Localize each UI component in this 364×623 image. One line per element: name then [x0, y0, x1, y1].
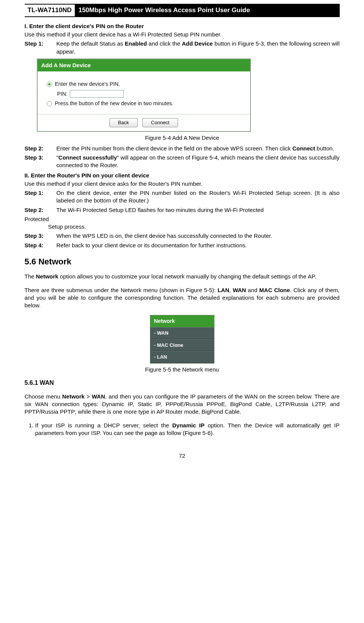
- step-label: Step 3:: [25, 232, 55, 240]
- page-header: TL-WA7110ND 150Mbps High Power Wireless …: [25, 4, 340, 17]
- section-i-heading: I. Enter the client device's PIN on the …: [25, 22, 340, 30]
- step-label: Step 4:: [25, 242, 55, 249]
- radio-label: Press the button of the new device in tw…: [55, 100, 173, 107]
- step-label: Step 3:: [25, 154, 55, 169]
- section-ii-intro: Use this method if your client device as…: [25, 180, 340, 188]
- figure-5-5-caption: Figure 5-5 the Network menu: [25, 366, 340, 373]
- menu-head-network[interactable]: Network: [150, 315, 214, 327]
- step-3-row: Step 3: "Connect successfully" will appe…: [25, 154, 340, 169]
- ii-step-3-row: Step 3: When the WPS LED is on, the clie…: [25, 232, 340, 240]
- radio-icon: [47, 101, 52, 106]
- step-body: "Connect successfully" will appear on th…: [55, 154, 340, 169]
- step-label: Step 2:: [25, 206, 55, 214]
- panel-title: Add A New Device: [38, 59, 250, 71]
- ii-step-2-cont: Setup process.: [25, 223, 340, 231]
- step-body: On the client device, enter the PIN numb…: [55, 189, 340, 205]
- pin-row: PIN:: [57, 90, 241, 98]
- section-i-intro: Use this method if your client device ha…: [25, 31, 340, 38]
- step-body: Keep the default Status as Enabled and c…: [55, 40, 340, 55]
- ii-step-2-row: Step 2: The Wi-Fi Protected Setup LED fl…: [25, 206, 340, 214]
- wan-list: If your ISP is running a DHCP server, se…: [25, 422, 340, 437]
- menu-item-lan[interactable]: - LAN: [150, 351, 214, 363]
- panel-body: Enter the new device's PIN. PIN: Press t…: [38, 71, 250, 114]
- ii-step-4-row: Step 4: Refer back to your client device…: [25, 242, 340, 249]
- step-label: Step 1:: [25, 189, 55, 205]
- step-label: Step 2:: [25, 145, 55, 152]
- menu-item-mac-clone[interactable]: - MAC Clone: [150, 339, 214, 351]
- step-body: Refer back to your client device or its …: [55, 242, 340, 249]
- ii-step-2-protected: Protected: [25, 215, 340, 223]
- network-menu: Network - WAN - MAC Clone - LAN: [150, 315, 214, 364]
- radio-press-button[interactable]: Press the button of the new device in tw…: [47, 100, 241, 107]
- page-number: 72: [25, 452, 340, 460]
- step-body: When the WPS LED is on, the client devic…: [55, 232, 340, 240]
- panel-buttons: Back Connect: [38, 114, 250, 131]
- ii-step-1-row: Step 1: On the client device, enter the …: [25, 189, 340, 205]
- radio-label: Enter the new device's PIN.: [55, 81, 120, 88]
- radio-icon: [47, 82, 52, 87]
- network-para-2: There are three submenus under the Netwo…: [25, 286, 340, 310]
- section-5-6-1-heading: 5.6.1 WAN: [25, 379, 340, 387]
- connect-button[interactable]: Connect: [142, 118, 178, 127]
- step-body: The Wi-Fi Protected Setup LED flashes fo…: [55, 206, 340, 214]
- figure-5-4-caption: Figure 5-4 Add A New Device: [25, 134, 340, 142]
- pin-input[interactable]: [70, 90, 124, 98]
- add-device-panel: Add A New Device Enter the new device's …: [37, 59, 251, 132]
- back-button[interactable]: Back: [109, 118, 138, 127]
- step-body: Enter the PIN number from the client dev…: [55, 145, 340, 152]
- list-item: If your ISP is running a DHCP server, se…: [35, 422, 340, 437]
- pin-label: PIN:: [57, 90, 68, 98]
- step-2-row: Step 2: Enter the PIN number from the cl…: [25, 145, 340, 152]
- step-label: Step 1:: [25, 40, 55, 55]
- guide-title: 150Mbps High Power Wireless Access Point…: [75, 5, 340, 16]
- wan-para-1: Choose menu Network > WAN, and then you …: [25, 393, 340, 416]
- network-para-1: The Network option allows you to customi…: [25, 273, 340, 280]
- model-number: TL-WA7110ND: [25, 5, 75, 16]
- step-1-row: Step 1: Keep the default Status as Enabl…: [25, 40, 340, 55]
- radio-enter-pin[interactable]: Enter the new device's PIN.: [47, 81, 241, 88]
- section-ii-heading: II. Enter the Router's PIN on your clien…: [25, 172, 340, 179]
- menu-item-wan[interactable]: - WAN: [150, 327, 214, 339]
- section-5-6-heading: 5.6 Network: [25, 256, 340, 267]
